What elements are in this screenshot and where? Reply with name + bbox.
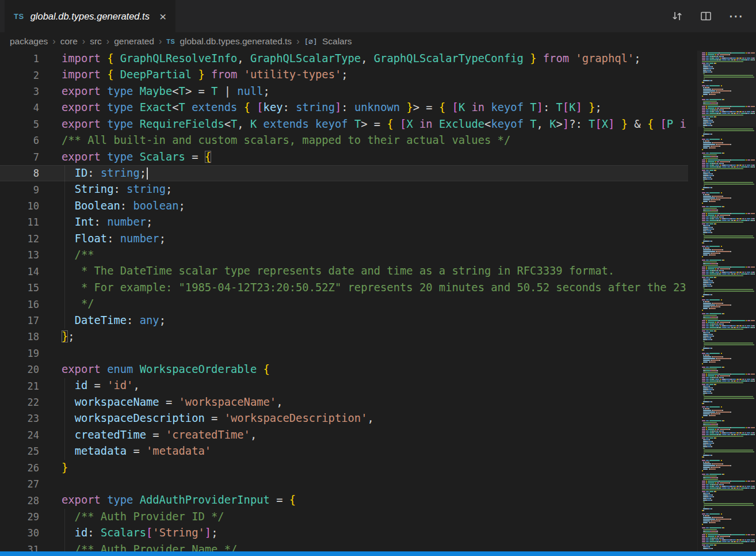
breadcrumb-item-src[interactable]: src bbox=[90, 36, 102, 47]
line-number[interactable]: 7 bbox=[0, 151, 55, 163]
code-line-16[interactable]: 16 */ bbox=[0, 296, 688, 312]
code-line-22[interactable]: 22 workspaceName = 'workspaceName', bbox=[0, 394, 688, 410]
breadcrumb-item-symbol[interactable]: Scalars bbox=[322, 36, 352, 47]
code-text: ID: string; bbox=[55, 165, 148, 181]
line-number[interactable]: 5 bbox=[0, 119, 55, 130]
line-number[interactable]: 24 bbox=[0, 429, 55, 441]
breadcrumb-item-core[interactable]: core bbox=[60, 36, 78, 47]
code-text: Boolean: boolean; bbox=[55, 198, 185, 214]
line-number[interactable]: 4 bbox=[0, 102, 55, 113]
tab-title: global.db.types.generated.ts bbox=[30, 11, 150, 22]
code-text: import { GraphQLResolveInfo, GraphQLScal… bbox=[55, 51, 640, 67]
line-number[interactable]: 21 bbox=[0, 380, 55, 392]
line-number[interactable]: 3 bbox=[0, 86, 55, 97]
code-line-25[interactable]: 25 metadata = 'metadata' bbox=[0, 443, 688, 459]
code-line-20[interactable]: 20export enum WorkspaceOrderable { bbox=[0, 361, 688, 378]
code-text: export type AddAuthProviderInput = { bbox=[55, 492, 296, 508]
minimap-content bbox=[702, 52, 755, 549]
typescript-file-icon: TS bbox=[166, 38, 175, 45]
code-line-1[interactable]: 1import { GraphQLResolveInfo, GraphQLSca… bbox=[0, 51, 688, 67]
code-line-7[interactable]: 7export type Scalars = { bbox=[0, 149, 688, 165]
line-number[interactable]: 15 bbox=[0, 282, 55, 294]
line-number[interactable]: 16 bbox=[0, 299, 55, 310]
code-line-14[interactable]: 14 * The DateTime scalar type represents… bbox=[0, 263, 688, 279]
line-number[interactable]: 31 bbox=[0, 544, 55, 551]
code-line-27[interactable]: 27 bbox=[0, 476, 688, 492]
code-line-9[interactable]: 9 String: string; bbox=[0, 181, 688, 197]
code-line-11[interactable]: 11 Int: number; bbox=[0, 214, 688, 230]
line-number[interactable]: 22 bbox=[0, 397, 55, 408]
line-number[interactable]: 28 bbox=[0, 495, 55, 507]
chevron-right-icon: › bbox=[296, 36, 299, 47]
code-line-13[interactable]: 13 /** bbox=[0, 247, 688, 263]
chevron-right-icon: › bbox=[82, 36, 85, 47]
code-text: }; bbox=[55, 329, 75, 345]
code-editor[interactable]: 1import { GraphQLResolveInfo, GraphQLSca… bbox=[0, 51, 688, 551]
editor-actions: ⋯ bbox=[671, 0, 756, 32]
code-line-3[interactable]: 3export type Maybe<T> = T | null; bbox=[0, 83, 688, 100]
line-number[interactable]: 27 bbox=[0, 478, 55, 490]
line-number[interactable]: 30 bbox=[0, 527, 55, 539]
code-text: /** All built-in and custom scalars, map… bbox=[55, 132, 510, 148]
code-text: export type Exact<T extends { [key: stri… bbox=[55, 100, 602, 116]
line-number[interactable]: 25 bbox=[0, 445, 55, 457]
tab-global-db-types-generated[interactable]: TS global.db.types.generated.ts × bbox=[5, 0, 175, 32]
open-changes-icon[interactable] bbox=[671, 10, 684, 22]
line-number[interactable]: 18 bbox=[0, 331, 55, 342]
line-number[interactable]: 6 bbox=[0, 135, 55, 146]
code-line-26[interactable]: 26} bbox=[0, 460, 688, 476]
line-number[interactable]: 29 bbox=[0, 511, 55, 523]
line-number[interactable]: 13 bbox=[0, 249, 55, 261]
line-number[interactable]: 19 bbox=[0, 348, 55, 359]
code-text: /** Auth Provider ID */ bbox=[55, 509, 224, 525]
code-line-30[interactable]: 30 id: Scalars['String']; bbox=[0, 525, 688, 541]
typescript-file-icon: TS bbox=[14, 12, 24, 21]
line-number[interactable]: 20 bbox=[0, 364, 55, 375]
code-text: export type Scalars = { bbox=[55, 149, 211, 165]
line-number[interactable]: 8 bbox=[0, 167, 55, 179]
line-number[interactable]: 12 bbox=[0, 233, 55, 245]
code-line-15[interactable]: 15 * For example: "1985-04-12T23:20:50.5… bbox=[0, 280, 688, 296]
code-line-31[interactable]: 31 /** Auth Provider Name */ bbox=[0, 542, 688, 551]
line-number[interactable]: 9 bbox=[0, 184, 55, 196]
line-number[interactable]: 11 bbox=[0, 216, 55, 228]
code-line-23[interactable]: 23 workspaceDescription = 'workspaceDesc… bbox=[0, 410, 688, 426]
breadcrumb-item-file[interactable]: global.db.types.generated.ts bbox=[180, 36, 292, 47]
chevron-right-icon: › bbox=[106, 36, 109, 47]
more-actions-icon[interactable]: ⋯ bbox=[728, 9, 743, 24]
code-line-28[interactable]: 28export type AddAuthProviderInput = { bbox=[0, 492, 688, 508]
code-text: } bbox=[55, 460, 68, 476]
code-line-6[interactable]: 6/** All built-in and custom scalars, ma… bbox=[0, 132, 688, 148]
code-text: */ bbox=[55, 296, 94, 312]
indent-guide bbox=[64, 378, 65, 460]
line-number[interactable]: 17 bbox=[0, 315, 55, 326]
line-number[interactable]: 1 bbox=[0, 53, 55, 64]
code-line-19[interactable]: 19 bbox=[0, 345, 688, 361]
code-line-8[interactable]: 8 ID: string; bbox=[0, 165, 688, 181]
code-line-2[interactable]: 2import { DeepPartial } from 'utility-ty… bbox=[0, 67, 688, 83]
code-text: String: string; bbox=[55, 181, 172, 197]
code-line-18[interactable]: 18}; bbox=[0, 329, 688, 345]
line-number[interactable]: 26 bbox=[0, 462, 55, 474]
code-line-21[interactable]: 21 id = 'id', bbox=[0, 378, 688, 394]
line-number[interactable]: 2 bbox=[0, 70, 55, 81]
editor-tab-bar: TS global.db.types.generated.ts × ⋯ bbox=[0, 0, 756, 32]
code-line-29[interactable]: 29 /** Auth Provider ID */ bbox=[0, 509, 688, 525]
minimap[interactable] bbox=[697, 51, 756, 551]
code-text: /** bbox=[55, 247, 94, 263]
code-line-17[interactable]: 17 DateTime: any; bbox=[0, 313, 688, 329]
line-number[interactable]: 10 bbox=[0, 200, 55, 212]
breadcrumb-item-generated[interactable]: generated bbox=[114, 36, 154, 47]
code-line-4[interactable]: 4export type Exact<T extends { [key: str… bbox=[0, 100, 688, 116]
line-number[interactable]: 14 bbox=[0, 266, 55, 277]
close-tab-icon[interactable]: × bbox=[159, 10, 166, 22]
editor-scrollbar[interactable] bbox=[688, 51, 697, 551]
code-line-5[interactable]: 5export type RequireFields<T, K extends … bbox=[0, 116, 688, 132]
line-number[interactable]: 23 bbox=[0, 413, 55, 424]
code-text: export enum WorkspaceOrderable { bbox=[55, 361, 270, 378]
code-line-24[interactable]: 24 createdTime = 'createdTime', bbox=[0, 427, 688, 443]
split-editor-icon[interactable] bbox=[700, 10, 712, 22]
breadcrumb-item-packages[interactable]: packages bbox=[10, 36, 48, 47]
code-line-10[interactable]: 10 Boolean: boolean; bbox=[0, 198, 688, 214]
code-line-12[interactable]: 12 Float: number; bbox=[0, 231, 688, 247]
